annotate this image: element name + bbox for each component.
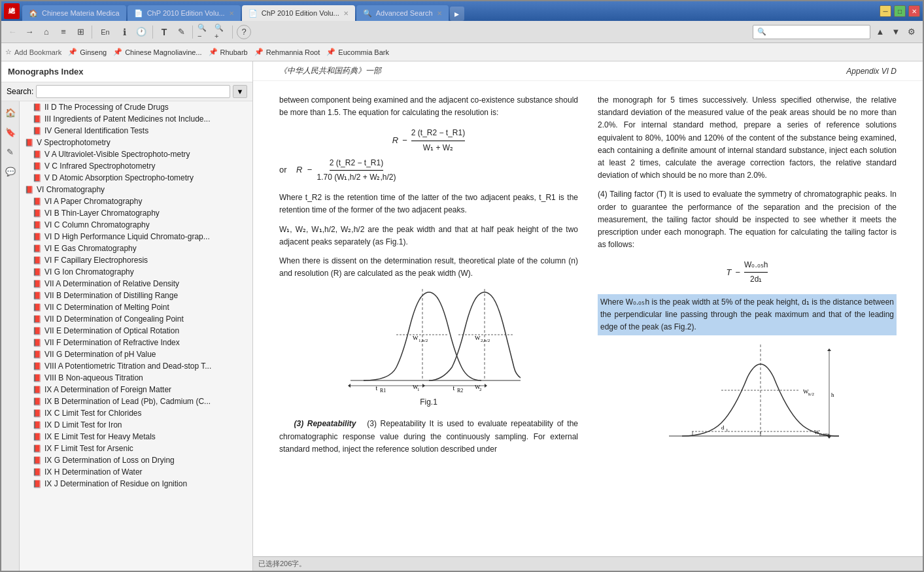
bookmark-rhubarb[interactable]: 📌 Rhubarb — [209, 48, 248, 56]
zoom-out-button[interactable]: 🔍− — [197, 25, 211, 39]
star-icon: ☆ — [5, 48, 12, 56]
search-prev-button[interactable]: ▲ — [873, 25, 887, 39]
info-button[interactable]: ℹ — [117, 25, 131, 39]
sidebar-item-vi[interactable]: 📕 VI Chromatography — [20, 184, 252, 195]
sidebar-item-ixa[interactable]: 📕 IX A Determination of Foreign Matter — [20, 384, 252, 395]
sidebar-item-vd[interactable]: 📕 V D Atomic Absorption Spectropho-tomet… — [20, 172, 252, 184]
sidebar-item-vib[interactable]: 📕 VI B Thin-Layer Chromatography — [20, 207, 252, 219]
sidebar-item-label: VI B Thin-Layer Chromatography — [44, 209, 160, 218]
sidebar-item-viiia[interactable]: 📕 VIII A Potentiometric Titration and De… — [20, 360, 252, 372]
home-button[interactable]: ⌂ — [39, 25, 54, 39]
sidebar-item-vig[interactable]: 📕 VI G Ion Chromatography — [20, 266, 252, 278]
sidebar-item-viie[interactable]: 📕 VII E Determination of Optical Rotatio… — [20, 325, 252, 337]
doc-col2-para2: (4) Tailing factor (T) It is used to eva… — [598, 188, 897, 251]
sidebar-item-ixc[interactable]: 📕 IX C Limit Test for Chlorides — [20, 407, 252, 419]
book-icon: 📕 — [33, 174, 42, 182]
title-bar: 總 🏠 Chinese Materia Medica 📄 ChP 2010 Ed… — [1, 1, 923, 21]
svg-text:2,h/2: 2,h/2 — [481, 338, 490, 343]
sidebar-icon-bookmark[interactable]: 🔖 — [3, 125, 18, 139]
sidebar-item-viic[interactable]: 📕 VII C Determination of Melting Point — [20, 301, 252, 313]
bookmark-icon: 📌 — [254, 48, 264, 56]
sidebar-search-input[interactable] — [36, 85, 230, 98]
sidebar-item-vid[interactable]: 📕 VI D High Performance Liquid Chromato-… — [20, 231, 252, 243]
sidebar-item-iv[interactable]: 📕 IV General Identification Tests — [20, 125, 252, 137]
grid-button[interactable]: ⊞ — [73, 25, 88, 39]
sidebar-item-viia[interactable]: 📕 VII A Determination of Relative Densit… — [20, 278, 252, 290]
doc-col-right: the monograph for 5 times successively. … — [598, 94, 897, 462]
tab-chinese-materia[interactable]: 🏠 Chinese Materia Medica — [22, 5, 126, 21]
sidebar-icon-chat[interactable]: 💬 — [3, 164, 18, 178]
text-button[interactable]: T — [157, 25, 171, 39]
bookmark-rehmannia[interactable]: 📌 Rehmannia Root — [254, 48, 320, 56]
doc-content: between component being examined and the… — [253, 81, 923, 556]
bookmark-label: Eucommia Bark — [338, 48, 389, 56]
search-input[interactable] — [768, 28, 853, 36]
sidebar-item-va[interactable]: 📕 V A Ultraviolet-Visible Spectrophoto-m… — [20, 148, 252, 160]
sidebar-item-ixj[interactable]: 📕 IX J Determination of Residue on Ignit… — [20, 478, 252, 490]
formula-r1-line: R − 2 (t_R2 − t_R1) W₁ + W₂ — [279, 127, 578, 154]
sidebar-item-via[interactable]: 📕 VI A Paper Chromatography — [20, 195, 252, 207]
sidebar-item-v[interactable]: 📕 V Spectrophotometry — [20, 137, 252, 148]
clock-button[interactable]: 🕐 — [134, 25, 148, 39]
sidebar-item-vic[interactable]: 📕 VI C Column Chromatography — [20, 219, 252, 231]
svg-text:h/2: h/2 — [808, 392, 814, 397]
sidebar-item-ixh[interactable]: 📕 IX H Determination of Water — [20, 466, 252, 478]
sidebar-item-vc[interactable]: 📕 V C Infrared Spectrophotometry — [20, 160, 252, 172]
search-next-button[interactable]: ▼ — [889, 25, 903, 39]
lang-button[interactable]: En — [96, 25, 114, 39]
sidebar-item-label: IX C Limit Test for Chlorides — [44, 409, 142, 418]
list-button[interactable]: ≡ — [56, 25, 71, 39]
sidebar-item-ixd[interactable]: 📕 IX D Limit Test for Iron — [20, 419, 252, 431]
bookmark-magnolia[interactable]: 📌 Chinese Magnoliavine... — [113, 48, 201, 56]
tab-chp-vol2[interactable]: 📄 ChP 2010 Edition Volu... ✕ — [242, 5, 355, 21]
svg-marker-21 — [485, 384, 487, 388]
sidebar-item-vie[interactable]: 📕 VI E Gas Chromatography — [20, 243, 252, 254]
formula-equals: − — [402, 134, 407, 148]
tab-close-btn[interactable]: ✕ — [437, 10, 442, 17]
sidebar-item-viib[interactable]: 📕 VII B Determination of Distilling Rang… — [20, 290, 252, 301]
svg-text:1: 1 — [417, 387, 420, 392]
bookmark-eucommia[interactable]: 📌 Eucommia Bark — [326, 48, 389, 56]
tab-close-btn[interactable]: ✕ — [229, 10, 234, 17]
sidebar-item-viif[interactable]: 📕 VII F Determination of Refractive Inde… — [20, 337, 252, 348]
sidebar-item-viig[interactable]: 📕 VII G Determination of pH Value — [20, 348, 252, 360]
search-options-button[interactable]: ⚙ — [904, 25, 919, 39]
sidebar-item-iid[interactable]: 📕 II D The Processing of Crude Drugs — [20, 101, 252, 113]
sidebar-item-iii[interactable]: 📕 III Ingredients of Patent Medicines no… — [20, 113, 252, 125]
bookmarks-bar: ☆ Add Bookmark 📌 Ginseng 📌 Chinese Magno… — [1, 43, 923, 61]
tab-advanced-search[interactable]: 🔍 Advanced Search ✕ — [356, 5, 449, 21]
svg-text:d: d — [721, 424, 725, 431]
help-button[interactable]: ? — [237, 25, 251, 39]
maximize-button[interactable]: □ — [894, 5, 906, 17]
book-icon: 📕 — [33, 197, 42, 206]
book-icon: 📕 — [33, 456, 42, 465]
zoom-in-button[interactable]: 🔍+ — [214, 25, 228, 39]
add-bookmark-button[interactable]: ☆ Add Bookmark — [5, 48, 61, 56]
sidebar-icon-home[interactable]: 🏠 — [3, 105, 18, 120]
tab-chp-vol1[interactable]: 📄 ChP 2010 Edition Volu... ✕ — [128, 5, 241, 21]
edit-button[interactable]: ✎ — [174, 25, 188, 39]
bookmark-label: Ginseng — [80, 48, 107, 56]
sidebar-item-label: IV General Identification Tests — [44, 126, 148, 135]
bookmark-ginseng[interactable]: 📌 Ginseng — [68, 48, 107, 56]
sidebar-item-ixe[interactable]: 📕 IX E Limit Test for Heavy Metals — [20, 431, 252, 443]
sidebar-item-ixb[interactable]: 📕 IX B Determination of Lead (Pb), Cadmi… — [20, 395, 252, 407]
forward-button[interactable]: → — [22, 25, 37, 39]
sidebar-item-label: VII A Determination of Relative Density — [44, 279, 179, 288]
sidebar-item-viid[interactable]: 📕 VII D Determination of Congealing Poin… — [20, 313, 252, 325]
tabs-area: 🏠 Chinese Materia Medica 📄 ChP 2010 Edit… — [22, 1, 877, 21]
back-button[interactable]: ← — [5, 25, 20, 39]
sidebar-item-vif[interactable]: 📕 VI F Capillary Electrophoresis — [20, 254, 252, 266]
book-icon: 📕 — [33, 433, 42, 441]
new-tab-button[interactable]: ▸ — [450, 7, 464, 21]
sidebar-item-label: IX J Determination of Residue on Ignitio… — [44, 479, 187, 488]
sidebar-item-ixg[interactable]: 📕 IX G Determination of Loss on Drying — [20, 454, 252, 466]
sidebar-search-button[interactable]: ▼ — [233, 85, 247, 98]
sidebar-item-viiib[interactable]: 📕 VIII B Non-aqueous Titration — [20, 372, 252, 384]
minimize-button[interactable]: ─ — [880, 5, 891, 17]
close-button[interactable]: ✕ — [908, 5, 920, 17]
tab-close-btn[interactable]: ✕ — [343, 10, 349, 17]
sidebar-item-label: VII D Determination of Congealing Point — [44, 314, 184, 324]
sidebar-icon-edit[interactable]: ✎ — [3, 144, 18, 159]
sidebar-item-ixf[interactable]: 📕 IX F Limit Test for Arsenic — [20, 443, 252, 454]
